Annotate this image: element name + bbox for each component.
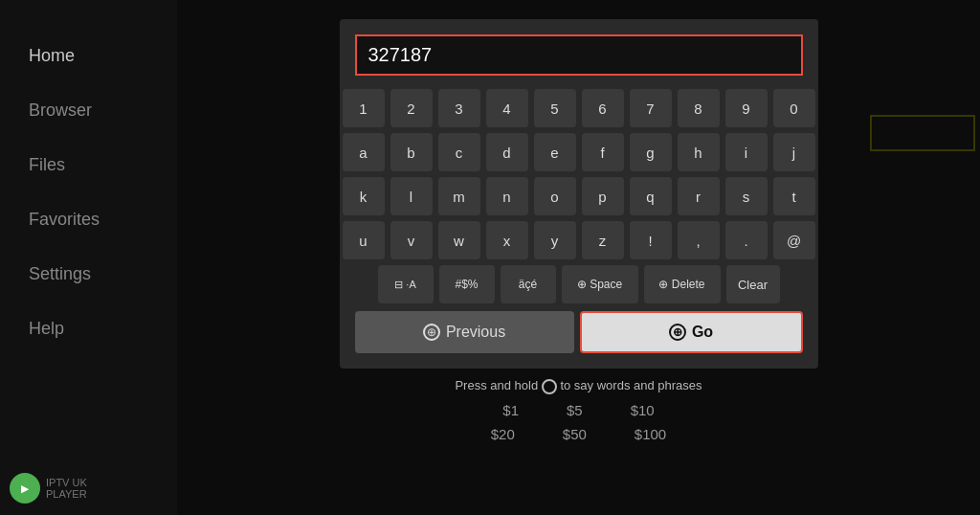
donation-5[interactable]: $5 [567, 402, 583, 418]
donation-row-1: $1 $5 $10 [502, 402, 654, 418]
key-i[interactable]: i [725, 133, 768, 171]
mic-icon [542, 379, 557, 394]
key-n[interactable]: n [486, 177, 528, 215]
row-kt: k l m n o p q r s t [355, 177, 803, 215]
donation-10[interactable]: $10 [631, 402, 655, 418]
key-comma[interactable]: , [678, 221, 720, 259]
sidebar-logo: ▶ IPTV UKPLAYER [10, 473, 87, 504]
logo-icon: ▶ [10, 473, 40, 504]
donation-row-2: $20 $50 $100 [491, 426, 666, 442]
sidebar-item-home[interactable]: Home [0, 29, 177, 83]
key-d[interactable]: d [486, 133, 528, 171]
key-a[interactable]: a [343, 133, 385, 171]
key-2[interactable]: 2 [390, 89, 433, 127]
key-e[interactable]: e [534, 133, 576, 171]
key-j[interactable]: j [773, 133, 815, 171]
logo-text: IPTV UKPLAYER [46, 477, 87, 500]
key-6[interactable]: 6 [582, 89, 624, 127]
main-content: 1 2 3 4 5 6 7 8 9 0 a b [177, 0, 980, 515]
hint-text: Press and hold to say words and phrases [455, 378, 702, 394]
key-space[interactable]: ⊕ Space [562, 265, 638, 303]
special-row: ⊟ ·A #$% äçé ⊕ Space ⊕ Delete Clear [355, 265, 803, 303]
key-8[interactable]: 8 [678, 89, 720, 127]
key-g[interactable]: g [630, 133, 672, 171]
key-period[interactable]: . [725, 221, 768, 259]
sidebar: Home Browser Files Favorites Settings He… [0, 0, 177, 515]
key-accents[interactable]: äçé [501, 265, 556, 303]
sidebar-item-browser[interactable]: Browser [0, 83, 177, 138]
key-7[interactable]: 7 [630, 89, 672, 127]
sidebar-item-help[interactable]: Help [0, 302, 177, 356]
row-aj: a b c d e f g h i j [355, 133, 803, 171]
sidebar-item-favorites[interactable]: Favorites [0, 192, 177, 247]
keyboard-overlay: 1 2 3 4 5 6 7 8 9 0 a b [177, 0, 980, 515]
key-toggle-case[interactable]: ⊟ ·A [378, 265, 434, 303]
key-0[interactable]: 0 [773, 89, 815, 127]
key-x[interactable]: x [486, 221, 528, 259]
key-w[interactable]: w [438, 221, 480, 259]
previous-button[interactable]: ⊕ Previous [355, 311, 574, 353]
key-u[interactable]: u [343, 221, 385, 259]
key-q[interactable]: q [630, 177, 672, 215]
key-h[interactable]: h [678, 133, 720, 171]
donation-50[interactable]: $50 [563, 426, 587, 442]
keyboard-dialog: 1 2 3 4 5 6 7 8 9 0 a b [340, 19, 818, 369]
prev-circle-icon: ⊕ [423, 324, 440, 341]
key-5[interactable]: 5 [534, 89, 576, 127]
nav-buttons: ⊕ Previous ⊕ Go [355, 311, 803, 353]
key-r[interactable]: r [678, 177, 720, 215]
donation-100[interactable]: $100 [635, 426, 666, 442]
go-circle-icon: ⊕ [669, 324, 686, 341]
keyboard: 1 2 3 4 5 6 7 8 9 0 a b [355, 89, 803, 303]
numbers-row: 1 2 3 4 5 6 7 8 9 0 [355, 89, 803, 127]
key-s[interactable]: s [725, 177, 768, 215]
go-button[interactable]: ⊕ Go [580, 311, 803, 353]
key-at[interactable]: @ [773, 221, 815, 259]
row-uz: u v w x y z ! , . @ [355, 221, 803, 259]
key-l[interactable]: l [390, 177, 433, 215]
key-clear[interactable]: Clear [726, 265, 780, 303]
key-v[interactable]: v [390, 221, 433, 259]
key-y[interactable]: y [534, 221, 576, 259]
key-m[interactable]: m [438, 177, 480, 215]
donation-20[interactable]: $20 [491, 426, 515, 442]
key-symbols[interactable]: #$% [439, 265, 495, 303]
key-c[interactable]: c [438, 133, 480, 171]
key-1[interactable]: 1 [343, 89, 385, 127]
donation-1[interactable]: $1 [502, 402, 519, 418]
key-exclaim[interactable]: ! [630, 221, 672, 259]
key-t[interactable]: t [773, 177, 815, 215]
key-z[interactable]: z [582, 221, 624, 259]
key-b[interactable]: b [390, 133, 433, 171]
sidebar-item-settings[interactable]: Settings [0, 247, 177, 302]
key-4[interactable]: 4 [486, 89, 528, 127]
key-9[interactable]: 9 [725, 89, 768, 127]
key-p[interactable]: p [582, 177, 624, 215]
key-o[interactable]: o [534, 177, 576, 215]
sidebar-item-files[interactable]: Files [0, 138, 177, 192]
key-3[interactable]: 3 [438, 89, 480, 127]
text-input[interactable] [355, 34, 803, 76]
key-f[interactable]: f [582, 133, 624, 171]
key-delete[interactable]: ⊕ Delete [644, 265, 721, 303]
key-k[interactable]: k [343, 177, 385, 215]
